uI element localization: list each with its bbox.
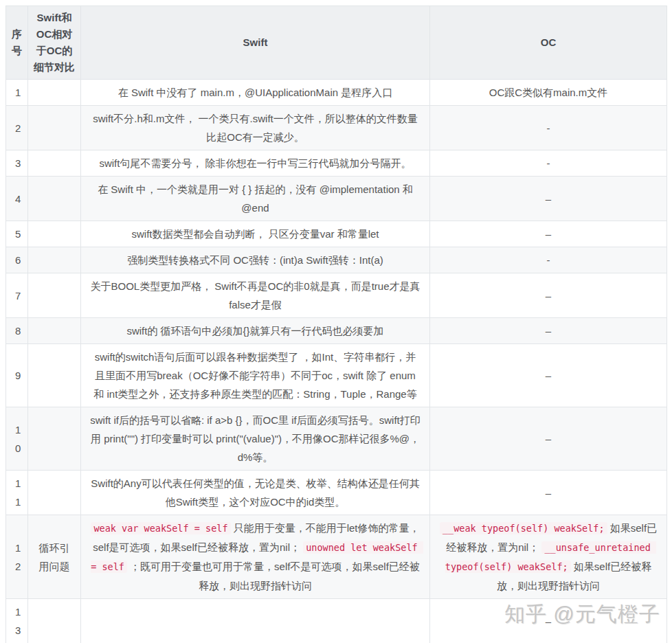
cell-text: ；既可用于变量也可用于常量，self不是可选项，如果self已经被释放，则出现野… — [127, 561, 420, 591]
cell-topic — [28, 150, 81, 177]
cell-num: 13 — [6, 599, 28, 643]
cell-topic — [28, 106, 81, 150]
cell-text: 1 — [15, 87, 21, 98]
table-row: 9swift的switch语句后面可以跟各种数据类型了 ，如Int、字符串都行，… — [6, 344, 667, 407]
cell-text: – — [546, 616, 551, 627]
table-row: 8swift的 循环语句中必须加{}就算只有一行代码也必须要加– — [6, 318, 667, 344]
cell-text: – — [546, 487, 551, 499]
cell-oc: OC跟C类似有main.m文件 — [430, 80, 667, 106]
cell-topic — [28, 344, 81, 407]
cell-text: - — [547, 157, 550, 169]
cell-swift: swift的 循环语句中必须加{}就算只有一行代码也必须要加 — [81, 318, 430, 344]
cell-swift: swift数据类型都会自动判断， 只区分变量var 和常量let — [81, 221, 430, 247]
table-row: 2swift不分.h和.m文件， 一个类只有.swift一个文件，所以整体的文件… — [6, 106, 667, 150]
swift-oc-comparison-table: 序号 Swift和OC相对于OC的细节对比 Swift OC 1在 Swift … — [5, 5, 667, 643]
code-snippet: __weak typeof(self) weakSelf; — [440, 522, 607, 534]
cell-text: swift的 循环语句中必须加{}就算只有一行代码也必须要加 — [126, 325, 383, 337]
cell-topic — [28, 471, 81, 515]
cell-oc: – — [430, 344, 667, 407]
cell-topic — [28, 273, 81, 318]
cell-oc: – — [430, 471, 667, 515]
cell-text: - — [547, 254, 550, 266]
table-row: 5swift数据类型都会自动判断， 只区分变量var 和常量let– — [6, 221, 667, 247]
cell-text: – — [546, 228, 551, 240]
cell-text: 在 Swift 中没有了 main.m，@UIApplicationMain 是… — [118, 87, 392, 98]
code-snippet: weak var weakSelf = self — [91, 522, 230, 534]
cell-text: Swift的Any可以代表任何类型的值，无论是类、枚举、结构体还是任何其他Swi… — [91, 477, 419, 508]
cell-num: 4 — [6, 177, 28, 221]
cell-text: 8 — [15, 325, 21, 337]
cell-topic — [28, 80, 81, 106]
cell-swift: Swift的Any可以代表任何类型的值，无论是类、枚举、结构体还是任何其他Swi… — [81, 471, 430, 515]
cell-num: 6 — [6, 247, 28, 273]
header-cell-num: 序号 — [6, 6, 28, 80]
cell-swift: swift if后的括号可以省略: if a>b {}，而OC里 if后面必须写… — [81, 407, 430, 471]
cell-num: 11 — [6, 471, 28, 515]
cell-text: – — [546, 370, 551, 381]
cell-text: 11 — [15, 477, 21, 508]
cell-topic — [28, 221, 81, 247]
cell-swift: 在 Swift 中没有了 main.m，@UIApplicationMain 是… — [81, 80, 430, 106]
cell-swift: 强制类型转换格式不同 OC强转：(int)a Swift强转：Int(a) — [81, 247, 430, 273]
cell-swift: swift的switch语句后面可以跟各种数据类型了 ，如Int、字符串都行，并… — [81, 344, 430, 407]
cell-oc: - — [430, 247, 667, 273]
cell-topic: 循环引用问题 — [28, 515, 81, 599]
table-body: 1在 Swift 中没有了 main.m，@UIApplicationMain … — [6, 80, 667, 643]
cell-text: 4 — [15, 193, 21, 205]
cell-text: 12 — [15, 542, 21, 572]
cell-text: swift句尾不需要分号， 除非你想在一行中写三行代码就加分号隔开。 — [99, 157, 411, 169]
cell-text: 3 — [15, 157, 21, 169]
table-row: 13– — [6, 599, 667, 643]
cell-text: swift的switch语句后面可以跟各种数据类型了 ，如Int、字符串都行，并… — [93, 351, 416, 400]
cell-text: 9 — [15, 370, 21, 381]
cell-text: swift不分.h和.m文件， 一个类只有.swift一个文件，所以整体的文件数… — [93, 113, 418, 143]
cell-text: 7 — [15, 290, 21, 302]
cell-text: 13 — [15, 606, 21, 636]
cell-oc: - — [430, 106, 667, 150]
table-row: 12循环引用问题weak var weakSelf = self 只能用于变量，… — [6, 515, 667, 599]
cell-text: 循环引用问题 — [39, 542, 70, 572]
cell-swift: swift句尾不需要分号， 除非你想在一行中写三行代码就加分号隔开。 — [81, 150, 430, 177]
cell-num: 5 — [6, 221, 28, 247]
table-row: 7关于BOOL类型更加严格， Swift不再是OC的非0就是真，而是true才是… — [6, 273, 667, 318]
cell-topic — [28, 407, 81, 471]
cell-num: 8 — [6, 318, 28, 344]
cell-topic — [28, 247, 81, 273]
cell-text: – — [546, 325, 551, 337]
cell-text: 10 — [15, 424, 21, 454]
table-row: 4在 Swift 中，一个类就是用一对 { } 括起的，没有 @implemen… — [6, 177, 667, 221]
header-cell-oc: OC — [430, 6, 667, 80]
cell-num: 2 — [6, 106, 28, 150]
cell-oc: – — [430, 221, 667, 247]
cell-text: 2 — [15, 122, 21, 134]
cell-text: – — [546, 193, 551, 205]
cell-swift: 关于BOOL类型更加严格， Swift不再是OC的非0就是真，而是true才是真… — [81, 273, 430, 318]
header-cell-topic: Swift和OC相对于OC的细节对比 — [28, 6, 81, 80]
cell-oc: – — [430, 407, 667, 471]
cell-oc: – — [430, 177, 667, 221]
table-row: 10swift if后的括号可以省略: if a>b {}，而OC里 if后面必… — [6, 407, 667, 471]
cell-swift: weak var weakSelf = self 只能用于变量，不能用于let修… — [81, 515, 430, 599]
cell-topic — [28, 177, 81, 221]
cell-num: 10 — [6, 407, 28, 471]
cell-oc: – — [430, 318, 667, 344]
cell-text: swift if后的括号可以省略: if a>b {}，而OC里 if后面必须写… — [90, 414, 420, 463]
table-row: 3swift句尾不需要分号， 除非你想在一行中写三行代码就加分号隔开。- — [6, 150, 667, 177]
cell-num: 7 — [6, 273, 28, 318]
header-row: 序号 Swift和OC相对于OC的细节对比 Swift OC — [6, 6, 667, 80]
cell-topic — [28, 599, 81, 643]
cell-swift: swift不分.h和.m文件， 一个类只有.swift一个文件，所以整体的文件数… — [81, 106, 430, 150]
cell-text: 强制类型转换格式不同 OC强转：(int)a Swift强转：Int(a) — [127, 254, 383, 266]
cell-oc: __weak typeof(self) weakSelf; 如果self已经被释… — [430, 515, 667, 599]
header-cell-swift: Swift — [81, 6, 430, 80]
cell-num: 3 — [6, 150, 28, 177]
cell-oc: – — [430, 273, 667, 318]
cell-text: – — [546, 433, 551, 444]
cell-swift: 在 Swift 中，一个类就是用一对 { } 括起的，没有 @implement… — [81, 177, 430, 221]
cell-text: 在 Swift 中，一个类就是用一对 { } 括起的，没有 @implement… — [98, 183, 413, 214]
table-row: 1在 Swift 中没有了 main.m，@UIApplicationMain … — [6, 80, 667, 106]
cell-text: - — [547, 122, 550, 134]
table-row: 6强制类型转换格式不同 OC强转：(int)a Swift强转：Int(a)- — [6, 247, 667, 273]
cell-text: 5 — [15, 228, 21, 240]
table-row: 11Swift的Any可以代表任何类型的值，无论是类、枚举、结构体还是任何其他S… — [6, 471, 667, 515]
